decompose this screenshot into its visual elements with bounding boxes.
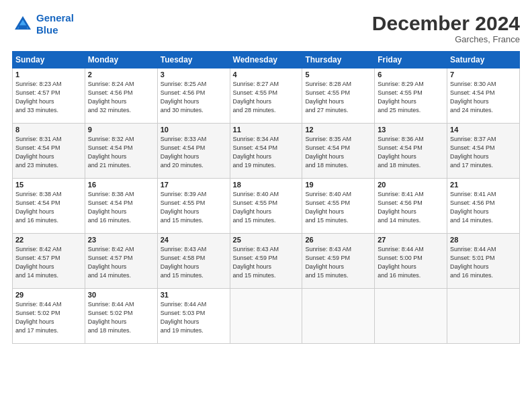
calendar-cell: 1 Sunrise: 8:23 AMSunset: 4:57 PMDayligh… xyxy=(13,68,85,124)
calendar-cell: 23 Sunrise: 8:42 AMSunset: 4:57 PMDaylig… xyxy=(85,234,157,289)
day-number: 20 xyxy=(378,181,444,189)
day-number: 24 xyxy=(161,236,227,244)
header-friday: Friday xyxy=(375,52,447,68)
logo-text-general: General xyxy=(36,12,74,24)
location: Garches, France xyxy=(372,34,520,44)
logo-icon xyxy=(12,13,34,35)
cell-info: Sunrise: 8:41 AMSunset: 4:56 PMDaylight … xyxy=(378,191,424,224)
cell-info: Sunrise: 8:28 AMSunset: 4:55 PMDaylight … xyxy=(305,81,351,113)
day-number: 7 xyxy=(450,71,517,79)
cell-info: Sunrise: 8:43 AMSunset: 4:58 PMDaylight … xyxy=(161,246,207,279)
calendar-cell: 2 Sunrise: 8:24 AMSunset: 4:56 PMDayligh… xyxy=(85,68,157,124)
calendar-cell: 16 Sunrise: 8:38 AMSunset: 4:54 PMDaylig… xyxy=(85,179,157,234)
day-number: 12 xyxy=(305,126,371,134)
calendar-cell: 26 Sunrise: 8:43 AMSunset: 4:59 PMDaylig… xyxy=(302,234,375,289)
day-number: 9 xyxy=(88,126,154,134)
calendar-cell: 13 Sunrise: 8:36 AMSunset: 4:54 PMDaylig… xyxy=(375,124,447,179)
day-number: 22 xyxy=(15,236,82,244)
calendar-cell: 10 Sunrise: 8:33 AMSunset: 4:54 PMDaylig… xyxy=(157,124,230,179)
header-sunday: Sunday xyxy=(13,52,85,68)
cell-info: Sunrise: 8:42 AMSunset: 4:57 PMDaylight … xyxy=(15,246,62,279)
calendar-cell: 29 Sunrise: 8:44 AMSunset: 5:02 PMDaylig… xyxy=(13,289,85,344)
calendar-page: General Blue December 2024 Garches, Fran… xyxy=(0,0,532,411)
cell-info: Sunrise: 8:24 AMSunset: 4:56 PMDaylight … xyxy=(88,81,134,113)
cell-info: Sunrise: 8:33 AMSunset: 4:54 PMDaylight … xyxy=(161,136,207,169)
day-number: 4 xyxy=(233,71,300,79)
cell-info: Sunrise: 8:34 AMSunset: 4:54 PMDaylight … xyxy=(233,136,279,169)
calendar-cell: 22 Sunrise: 8:42 AMSunset: 4:57 PMDaylig… xyxy=(13,234,85,289)
logo-text-blue: Blue xyxy=(36,24,74,36)
calendar-cell: 14 Sunrise: 8:37 AMSunset: 4:54 PMDaylig… xyxy=(447,124,520,179)
cell-info: Sunrise: 8:30 AMSunset: 4:54 PMDaylight … xyxy=(450,81,496,113)
calendar-cell: 4 Sunrise: 8:27 AMSunset: 4:55 PMDayligh… xyxy=(230,68,302,124)
cell-info: Sunrise: 8:43 AMSunset: 4:59 PMDaylight … xyxy=(305,246,351,279)
cell-info: Sunrise: 8:38 AMSunset: 4:54 PMDaylight … xyxy=(15,191,62,224)
header-monday: Monday xyxy=(85,52,157,68)
day-number: 18 xyxy=(233,181,300,189)
day-number: 13 xyxy=(378,126,444,134)
month-title: December 2024 xyxy=(372,12,520,34)
cell-info: Sunrise: 8:31 AMSunset: 4:54 PMDaylight … xyxy=(15,136,62,169)
day-number: 19 xyxy=(305,181,371,189)
calendar-cell: 8 Sunrise: 8:31 AMSunset: 4:54 PMDayligh… xyxy=(13,124,85,179)
header-thursday: Thursday xyxy=(302,52,375,68)
cell-info: Sunrise: 8:25 AMSunset: 4:56 PMDaylight … xyxy=(161,81,207,113)
cell-info: Sunrise: 8:23 AMSunset: 4:57 PMDaylight … xyxy=(15,81,62,113)
cell-info: Sunrise: 8:44 AMSunset: 5:01 PMDaylight … xyxy=(450,246,496,279)
title-area: December 2024 Garches, France xyxy=(372,12,520,44)
calendar-cell xyxy=(375,289,447,344)
day-number: 21 xyxy=(450,181,517,189)
calendar-cell: 7 Sunrise: 8:30 AMSunset: 4:54 PMDayligh… xyxy=(447,68,520,124)
day-number: 25 xyxy=(233,236,300,244)
cell-info: Sunrise: 8:32 AMSunset: 4:54 PMDaylight … xyxy=(88,136,134,169)
calendar-cell: 12 Sunrise: 8:35 AMSunset: 4:54 PMDaylig… xyxy=(302,124,375,179)
logo: General Blue xyxy=(12,12,74,36)
cell-info: Sunrise: 8:44 AMSunset: 5:00 PMDaylight … xyxy=(378,246,424,279)
cell-info: Sunrise: 8:40 AMSunset: 4:55 PMDaylight … xyxy=(233,191,279,224)
cell-info: Sunrise: 8:29 AMSunset: 4:55 PMDaylight … xyxy=(378,81,424,113)
day-number: 26 xyxy=(305,236,371,244)
week-row-3: 15 Sunrise: 8:38 AMSunset: 4:54 PMDaylig… xyxy=(13,179,520,234)
header-wednesday: Wednesday xyxy=(230,52,302,68)
day-number: 29 xyxy=(15,291,82,299)
cell-info: Sunrise: 8:44 AMSunset: 5:03 PMDaylight … xyxy=(161,301,207,334)
calendar-cell: 31 Sunrise: 8:44 AMSunset: 5:03 PMDaylig… xyxy=(157,289,230,344)
cell-info: Sunrise: 8:27 AMSunset: 4:55 PMDaylight … xyxy=(233,81,279,113)
cell-info: Sunrise: 8:44 AMSunset: 5:02 PMDaylight … xyxy=(88,301,134,334)
cell-info: Sunrise: 8:42 AMSunset: 4:57 PMDaylight … xyxy=(88,246,134,279)
day-number: 23 xyxy=(88,236,154,244)
day-number: 31 xyxy=(161,291,227,299)
calendar-cell: 15 Sunrise: 8:38 AMSunset: 4:54 PMDaylig… xyxy=(13,179,85,234)
day-number: 15 xyxy=(15,181,82,189)
cell-info: Sunrise: 8:35 AMSunset: 4:54 PMDaylight … xyxy=(305,136,351,169)
day-number: 30 xyxy=(88,291,154,299)
cell-info: Sunrise: 8:40 AMSunset: 4:55 PMDaylight … xyxy=(305,191,351,224)
calendar-cell: 20 Sunrise: 8:41 AMSunset: 4:56 PMDaylig… xyxy=(375,179,447,234)
day-number: 1 xyxy=(15,71,82,79)
cell-info: Sunrise: 8:36 AMSunset: 4:54 PMDaylight … xyxy=(378,136,424,169)
calendar-cell xyxy=(447,289,520,344)
header: General Blue December 2024 Garches, Fran… xyxy=(12,12,520,44)
calendar-cell: 28 Sunrise: 8:44 AMSunset: 5:01 PMDaylig… xyxy=(447,234,520,289)
calendar-cell: 9 Sunrise: 8:32 AMSunset: 4:54 PMDayligh… xyxy=(85,124,157,179)
calendar-cell: 18 Sunrise: 8:40 AMSunset: 4:55 PMDaylig… xyxy=(230,179,302,234)
calendar-cell: 17 Sunrise: 8:39 AMSunset: 4:55 PMDaylig… xyxy=(157,179,230,234)
calendar-cell: 24 Sunrise: 8:43 AMSunset: 4:58 PMDaylig… xyxy=(157,234,230,289)
day-number: 28 xyxy=(450,236,517,244)
day-number: 3 xyxy=(161,71,227,79)
cell-info: Sunrise: 8:37 AMSunset: 4:54 PMDaylight … xyxy=(450,136,496,169)
week-row-1: 1 Sunrise: 8:23 AMSunset: 4:57 PMDayligh… xyxy=(13,68,520,124)
day-number: 14 xyxy=(450,126,517,134)
week-row-4: 22 Sunrise: 8:42 AMSunset: 4:57 PMDaylig… xyxy=(13,234,520,289)
cell-info: Sunrise: 8:38 AMSunset: 4:54 PMDaylight … xyxy=(88,191,134,224)
cell-info: Sunrise: 8:41 AMSunset: 4:56 PMDaylight … xyxy=(450,191,496,224)
header-saturday: Saturday xyxy=(447,52,520,68)
cell-info: Sunrise: 8:39 AMSunset: 4:55 PMDaylight … xyxy=(161,191,207,224)
day-number: 10 xyxy=(161,126,227,134)
week-row-5: 29 Sunrise: 8:44 AMSunset: 5:02 PMDaylig… xyxy=(13,289,520,344)
calendar-cell xyxy=(230,289,302,344)
svg-rect-2 xyxy=(19,26,28,30)
day-header-row: Sunday Monday Tuesday Wednesday Thursday… xyxy=(13,52,520,68)
calendar-cell: 6 Sunrise: 8:29 AMSunset: 4:55 PMDayligh… xyxy=(375,68,447,124)
calendar-cell: 27 Sunrise: 8:44 AMSunset: 5:00 PMDaylig… xyxy=(375,234,447,289)
